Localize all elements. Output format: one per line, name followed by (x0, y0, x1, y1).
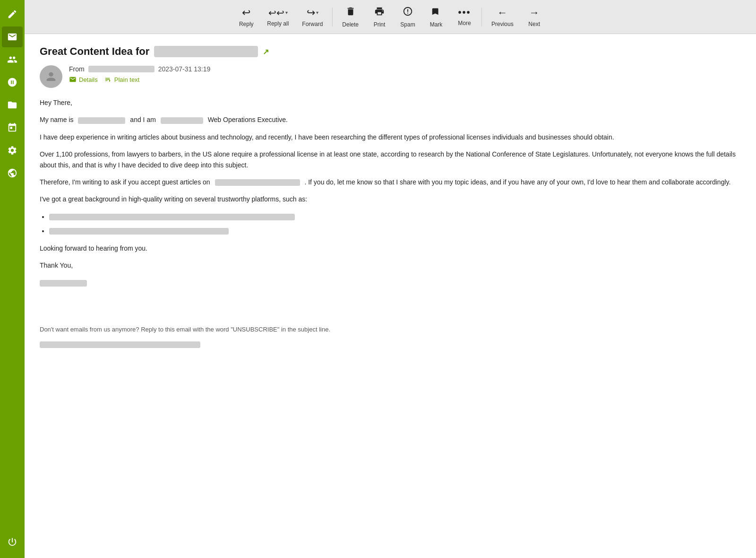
toolbar: ↩ Reply ↩↩ ▾ Reply all ↪ ▾ Forward Delet… (25, 0, 756, 34)
next-label: Next (528, 21, 540, 27)
reply-icon: ↩ (242, 7, 250, 19)
more-label: More (458, 20, 471, 26)
email-meta: From 2023-07-31 13:19 Details Plain text (40, 65, 741, 88)
from-label: From (69, 65, 85, 73)
email-view: Great Content Idea for ↗ From 2023-07-31… (25, 34, 756, 558)
print-label: Print (374, 21, 386, 28)
email-meta-info: From 2023-07-31 13:19 Details Plain text (69, 65, 210, 83)
reply-label: Reply (239, 21, 254, 27)
details-button[interactable]: Details (69, 76, 98, 83)
delete-icon (345, 6, 356, 19)
plain-text-label: Plain text (114, 76, 139, 83)
unsubscribe-section: Don't want emails from us anymore? Reply… (40, 325, 741, 348)
title-redacted (161, 117, 203, 124)
email-para2: I have deep experience in writing articl… (40, 132, 741, 142)
sidebar-item-mail[interactable] (2, 26, 23, 47)
email-para3: Over 1,100 professions, from lawyers to … (40, 149, 741, 170)
sidebar-item-settings[interactable] (2, 140, 23, 161)
mark-button[interactable]: Mark (423, 3, 449, 31)
previous-label: Previous (491, 21, 514, 27)
email-para1: My name is and I am Web Operations Execu… (40, 114, 741, 125)
spam-label: Spam (400, 21, 415, 28)
main-content: ↩ Reply ↩↩ ▾ Reply all ↪ ▾ Forward Delet… (25, 0, 756, 558)
spam-button[interactable]: Spam (395, 3, 421, 31)
email-closing-line: Looking forward to hearing from you. (40, 243, 741, 253)
reply-all-icon: ↩↩ (268, 7, 284, 18)
sidebar-item-globe[interactable] (2, 163, 23, 183)
more-button[interactable]: ••• More (451, 4, 478, 29)
platform-item-2 (49, 226, 741, 236)
email-closing: Thank You, (40, 260, 741, 270)
forward-icon: ↪ (307, 7, 315, 19)
previous-button[interactable]: ← Previous (486, 4, 519, 30)
reply-all-button[interactable]: ↩↩ ▾ Reply all (261, 4, 294, 30)
platform1-redacted (49, 214, 295, 220)
footer-redacted (40, 341, 200, 348)
reply-all-dropdown-icon: ▾ (285, 10, 288, 15)
sidebar-item-groups[interactable] (2, 72, 23, 93)
email-actions-bar: Details Plain text (69, 76, 210, 83)
delete-label: Delete (342, 21, 359, 28)
email-para5: I've got a great background in high-qual… (40, 194, 741, 204)
sidebar (0, 0, 25, 558)
email-subject: Great Content Idea for ↗ (40, 45, 741, 58)
sender-avatar (40, 65, 62, 88)
platform2-redacted (49, 228, 229, 235)
toolbar-separator-1 (332, 8, 333, 26)
reply-all-label: Reply all (267, 20, 289, 27)
forward-label: Forward (302, 21, 323, 27)
forward-dropdown-icon: ▾ (316, 10, 318, 15)
email-from: From 2023-07-31 13:19 (69, 65, 210, 73)
email-body: Hey There, My name is and I am Web Opera… (40, 97, 741, 348)
spam-icon (403, 6, 413, 19)
sender-name-redacted (88, 66, 155, 72)
next-icon: → (529, 7, 540, 19)
platforms-list (49, 211, 741, 236)
sidebar-item-compose[interactable] (2, 4, 23, 25)
sidebar-item-contacts[interactable] (2, 49, 23, 70)
external-link-icon[interactable]: ↗ (263, 47, 269, 56)
unsubscribe-text: Don't want emails from us anymore? Reply… (40, 325, 741, 335)
name-redacted (78, 117, 125, 124)
reply-button[interactable]: ↩ Reply (233, 4, 259, 30)
subject-redacted (154, 46, 258, 57)
url-redacted (215, 179, 300, 186)
more-icon: ••• (458, 7, 471, 18)
sidebar-item-power[interactable] (2, 532, 23, 552)
sidebar-item-calendar[interactable] (2, 117, 23, 138)
forward-button[interactable]: ↪ ▾ Forward (296, 4, 328, 30)
email-greeting: Hey There, (40, 97, 741, 108)
toolbar-separator-2 (481, 8, 482, 26)
previous-icon: ← (497, 7, 507, 19)
mark-icon (431, 6, 441, 19)
print-button[interactable]: Print (366, 3, 393, 31)
mark-label: Mark (430, 21, 443, 28)
sidebar-item-files[interactable] (2, 95, 23, 115)
platform-item-1 (49, 211, 741, 222)
email-date: 2023-07-31 13:19 (158, 65, 211, 73)
delete-button[interactable]: Delete (336, 3, 364, 31)
email-para4: Therefore, I'm writing to ask if you acc… (40, 177, 741, 187)
next-button[interactable]: → Next (521, 4, 548, 30)
print-icon (374, 6, 385, 19)
email-signature (40, 277, 741, 288)
subject-text: Great Content Idea for (40, 45, 149, 58)
plain-text-button[interactable]: Plain text (104, 76, 139, 83)
details-label: Details (79, 76, 98, 83)
signature-redacted (40, 280, 87, 287)
